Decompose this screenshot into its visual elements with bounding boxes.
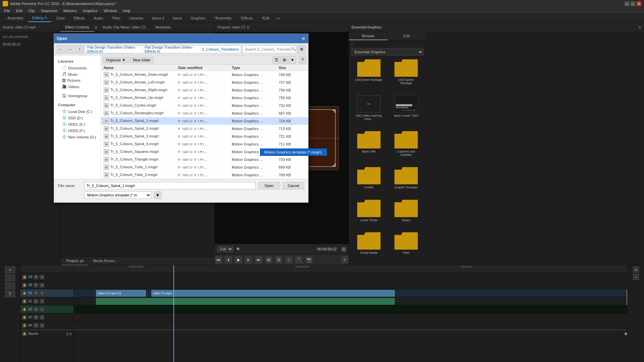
track-sync-v3[interactable]: ◎ — [40, 275, 44, 280]
ws-tab-assembly[interactable]: Assembly — [3, 15, 28, 22]
dialog-search-input[interactable] — [245, 47, 291, 51]
ws-tab-titles[interactable]: Titles — [108, 15, 124, 22]
sidebar-item-music[interactable]: 🎵 Music — [54, 71, 101, 77]
file-row-12[interactable]: MTr_5_Colours_Tube_1.mogrt ۲۰۱۸/۱۱/۰۶ ۱:… — [101, 164, 308, 171]
menu-help[interactable]: Help — [120, 8, 133, 13]
ws-tab-color[interactable]: Color — [52, 15, 69, 22]
eg-tab-edit[interactable]: Edit — [387, 32, 426, 40]
menu-graphics[interactable]: Graphics — [80, 8, 100, 13]
filetype-dropdown-button[interactable]: ▼ — [154, 191, 161, 199]
dialog-path-part-3[interactable]: 5_Colours_Transitions — [202, 47, 239, 51]
track-s-a3[interactable]: S — [40, 315, 44, 320]
track-lock-a2[interactable]: 🔒 — [22, 307, 27, 312]
clip-v1-2[interactable]: video (7).mp4 — [151, 290, 395, 297]
eg-dropdown[interactable]: Essential Graphics — [352, 49, 423, 55]
sidebar-item-new-volume-g[interactable]: 💿 New Volume (G:) — [54, 134, 101, 140]
sidebar-item-hdd1-e[interactable]: 💿 HDD1 (E:) — [54, 121, 101, 127]
timeline-zoom-fit[interactable]: ⊟ — [633, 266, 639, 273]
ws-tab-assembly2[interactable]: *Assembly — [210, 15, 235, 22]
menu-clip[interactable]: Clip — [26, 8, 38, 13]
ws-tab-edit2[interactable]: *Edit — [258, 15, 273, 22]
track-m-a3[interactable]: M — [34, 315, 38, 320]
transport-to-start[interactable]: ⏮ — [215, 256, 222, 263]
transport-play[interactable]: ▶ — [235, 256, 242, 263]
timeline-tool-down[interactable]: ↓ — [5, 283, 15, 289]
a1-content[interactable] — [74, 297, 627, 305]
track-toggle-v1[interactable]: 👁 — [34, 291, 38, 296]
eg-item-credits[interactable]: Credits — [352, 167, 386, 197]
eg-item-graphic-overlays[interactable]: Graphic Overlays — [389, 167, 423, 197]
file-row-2[interactable]: MTr_5_Colours_Arrows_Right.mogrt ۲۰۱۸/۱۱… — [101, 86, 308, 94]
track-lock-v2[interactable]: 🔒 — [22, 283, 27, 288]
sidebar-item-ssd-d[interactable]: 💿 SSD (D:) — [54, 115, 101, 121]
sidebar-item-documents[interactable]: 📄 Documents — [54, 65, 101, 71]
tab-metadata[interactable]: Metadata — [151, 23, 175, 32]
eg-tab-browse[interactable]: Browse — [349, 32, 387, 40]
dialog-file-list[interactable]: MTr_5_Colours_Arrows_Down.mogrt ۲۰۱۸/۱۱/… — [101, 71, 308, 179]
ws-tab-libraries[interactable]: Libraries — [125, 15, 147, 22]
minimize-button[interactable]: — — [625, 1, 629, 6]
file-row-7[interactable]: MTr_5_Colours_Spiral_2.mogrt ۲۰۱۸/۱۱/۰۶ … — [101, 125, 308, 133]
dialog-up-button[interactable]: ↑ — [75, 45, 84, 53]
track-s-a4[interactable]: S — [40, 323, 44, 328]
clip-v1-1[interactable]: video (7).mp4 (V) — [96, 290, 146, 297]
dialog-path-part-2[interactable]: Flat Design Transition (Video-Effects.lr… — [145, 45, 198, 53]
monitor-fullscreen-icon[interactable]: ⊞ — [341, 246, 346, 252]
transport-insert[interactable]: ⊞ — [265, 256, 272, 263]
audio-clip-a1[interactable] — [96, 298, 395, 305]
dialog-settings-button[interactable]: ⚙ — [298, 45, 306, 53]
eg-item-basic-title[interactable]: Basic Title — [352, 131, 386, 164]
track-lock-v1[interactable]: 🔒 — [22, 291, 27, 296]
eg-item-titles[interactable]: Titles — [389, 232, 423, 262]
track-sync-v2[interactable]: ◎ — [40, 283, 44, 288]
dialog-list-view-button[interactable]: ☰ — [273, 56, 280, 64]
track-m-a2[interactable]: M — [34, 307, 38, 312]
transport-fwd-frame[interactable]: ⏵ — [245, 256, 252, 263]
transport-back-frame[interactable]: ⏴ — [225, 256, 232, 263]
sidebar-item-hdd2-f[interactable]: 💿 HDD2 (F:) — [54, 127, 101, 134]
track-lock-a3[interactable]: 🔒 — [22, 315, 27, 320]
track-lock-a1[interactable]: 🔒 — [22, 299, 27, 304]
transport-overwrite[interactable]: ⊟ — [275, 256, 282, 263]
menu-window[interactable]: Window — [101, 8, 119, 13]
file-row-11[interactable]: MTr_5_Colours_Triangle.mogrt ۲۰۱۸/۱۱/۰۶ … — [101, 156, 308, 164]
track-toggle-v2[interactable]: 👁 — [34, 283, 38, 288]
tab-project[interactable]: Project: joi — [62, 257, 88, 265]
transport-export-frame[interactable]: 📷 — [305, 256, 313, 263]
dialog-close-button[interactable]: ✕ — [302, 36, 306, 41]
tab-effect-controls[interactable]: Effect Controls — [60, 23, 94, 32]
file-row-8[interactable]: MTr_5_Colours_Spiral_3.mogrt ۲۰۱۸/۱۱/۰۶ … — [101, 133, 308, 140]
v1-content[interactable]: video (7).mp4 (V) video (7).mp4 — [74, 289, 627, 297]
menu-sequence[interactable]: Sequence — [38, 8, 60, 13]
dialog-cancel-button[interactable]: Cancel — [283, 182, 304, 189]
dialog-details-view-button[interactable]: ⊞ — [281, 56, 288, 64]
file-row-13[interactable]: MTr_5_Colours_Tube_2.mogrt ۲۰۱۸/۱۱/۰۶ ۱:… — [101, 171, 308, 179]
file-row-0[interactable]: MTr_5_Colours_Arrows_Down.mogrt ۲۰۱۸/۱۱/… — [101, 71, 308, 79]
transport-extract[interactable]: ⌃ — [295, 256, 303, 263]
sidebar-item-pictures[interactable]: 🖼 Pictures — [54, 77, 101, 83]
ws-tab-effects2[interactable]: *Effects — [236, 15, 257, 22]
track-lock-v3[interactable]: 🔒 — [22, 275, 27, 280]
filetype-select[interactable]: Motion Graphics template (*.m — [84, 191, 151, 199]
workspace-more[interactable]: >> — [274, 15, 282, 22]
dialog-back-button[interactable]: ← — [57, 45, 65, 53]
track-lock-master[interactable]: 🔒 — [22, 331, 27, 336]
eg-item-video-gaming[interactable]: ▶▶ [AE] Video Gaming Pack... — [352, 95, 386, 128]
sidebar-item-local-disk-c[interactable]: 💿 Local Disk (C:) — [54, 108, 101, 115]
eg-item-basic-lower-third[interactable]: Your Name Here Basic Lower Third — [389, 95, 423, 128]
ws-tab-kasra[interactable]: kasra — [169, 15, 186, 22]
dialog-new-folder-button[interactable]: New folder — [130, 57, 154, 63]
track-s-a2[interactable]: S — [40, 307, 44, 312]
eg-item-social-media[interactable]: Social Media — [352, 232, 386, 262]
file-row-9[interactable]: MTr_5_Colours_Spiral_4.mogrt ۲۰۱۸/۱۱/۰۶ … — [101, 140, 308, 148]
dialog-search-box[interactable]: 🔍 — [243, 45, 296, 53]
dialog-path-part-1[interactable]: Flat Design Transition (Video-Effects.lr… — [87, 45, 141, 53]
filetype-dropdown-popup[interactable]: Motion Graphics template (*.mogrt) — [260, 148, 327, 156]
eg-item-sports-package[interactable]: [AE] Sports Package — [389, 59, 423, 93]
ws-tab-audio[interactable]: Audio — [90, 15, 107, 22]
dialog-organize-button[interactable]: Organize ▼ — [103, 57, 129, 63]
transport-add[interactable]: ＋ — [341, 256, 348, 263]
sidebar-item-homegroup[interactable]: 🏠 Homegroup — [54, 93, 101, 99]
eg-item-captions-subtitles[interactable]: Captions and Subtitles — [389, 131, 423, 164]
ws-tab-kasra2[interactable]: kasra 2 — [148, 15, 168, 22]
